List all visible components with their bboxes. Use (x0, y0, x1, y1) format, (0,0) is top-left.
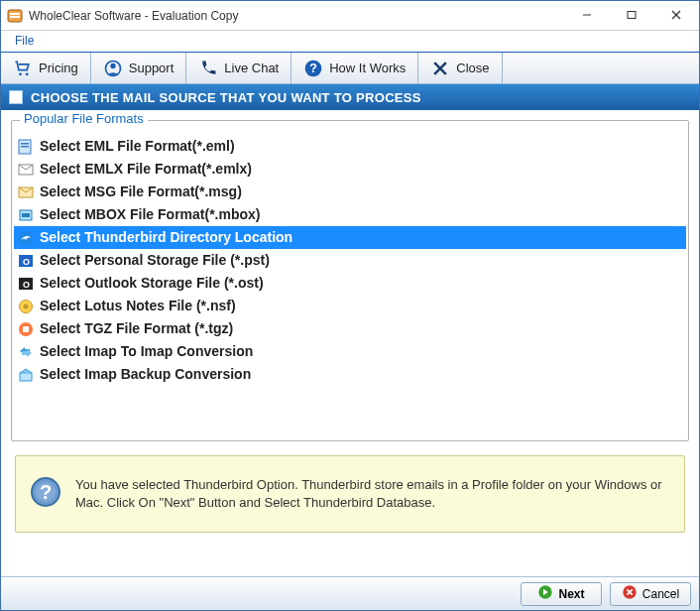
close-x-icon (430, 59, 450, 78)
toolbar: Pricing Support Live Chat ? How It Works… (1, 53, 699, 84)
svg-text:?: ? (309, 61, 317, 75)
footer: Next Cancel (1, 576, 699, 610)
format-option[interactable]: Select TGZ File Format (*.tgz) (14, 317, 686, 340)
format-label: Select MSG File Format(*.msg) (40, 183, 242, 201)
close-window-button[interactable] (653, 1, 698, 29)
svg-text:?: ? (40, 481, 52, 503)
main-panel: Popular File Formats Select EML File For… (1, 110, 699, 576)
cancel-x-icon (622, 584, 638, 603)
cancel-label: Cancel (642, 587, 679, 601)
support-icon (103, 59, 123, 78)
next-label: Next (558, 587, 584, 601)
format-label: Select Personal Storage File (*.pst) (40, 251, 270, 270)
window-controls (564, 1, 698, 30)
ost-icon: O (18, 276, 34, 292)
section-heading-text: CHOOSE THE MAIL SOURCE THAT YOU WANT TO … (31, 90, 421, 105)
format-label: Select Outlook Storage File (*.ost) (40, 274, 264, 293)
app-window: WholeClear Software - Evaluation Copy Fi… (0, 0, 700, 611)
close-icon (671, 10, 681, 20)
next-button[interactable]: Next (521, 582, 602, 606)
tbird-icon (18, 230, 34, 246)
menu-file[interactable]: File (3, 31, 46, 51)
support-label: Support (129, 61, 175, 75)
svg-rect-4 (628, 12, 636, 19)
next-arrow-icon (537, 584, 553, 603)
howitworks-label: How It Works (329, 61, 406, 75)
format-label: Select Thunderbird Directory Location (40, 228, 292, 247)
livechat-button[interactable]: Live Chat (186, 53, 292, 83)
app-icon (7, 8, 23, 24)
svg-rect-21 (22, 213, 30, 217)
format-option[interactable]: OSelect Outlook Storage File (*.ost) (14, 272, 686, 295)
info-question-icon: ? (30, 476, 61, 512)
nsf-icon (18, 299, 34, 314)
format-option[interactable]: Select Lotus Notes File (*.nsf) (14, 295, 686, 317)
cancel-button[interactable]: Cancel (610, 582, 691, 606)
format-option[interactable]: Select EMLX File Format(*.emlx) (14, 158, 686, 181)
window-title: WholeClear Software - Evaluation Copy (29, 9, 564, 23)
info-box: ? You have selected Thunderbird Option. … (15, 455, 685, 533)
livechat-label: Live Chat (224, 61, 279, 75)
format-label: Select MBOX File Format(*.mbox) (40, 205, 260, 224)
cart-icon (13, 59, 33, 78)
svg-rect-16 (21, 143, 29, 145)
howitworks-button[interactable]: ? How It Works (292, 53, 418, 83)
info-text: You have selected Thunderbird Option. Th… (75, 476, 670, 511)
format-list: Select EML File Format(*.eml)Select EMLX… (14, 135, 686, 386)
format-option[interactable]: Select MSG File Format(*.msg) (14, 181, 686, 203)
maximize-button[interactable] (609, 1, 653, 29)
support-button[interactable]: Support (91, 53, 187, 83)
format-option[interactable]: OSelect Personal Storage File (*.pst) (14, 249, 686, 272)
menubar: File (1, 31, 699, 53)
msg-icon (18, 184, 34, 200)
svg-rect-1 (10, 13, 20, 15)
format-option[interactable]: Select Imap To Imap Conversion (14, 340, 686, 363)
mbox-icon (18, 207, 34, 223)
format-label: Select Lotus Notes File (*.nsf) (40, 297, 236, 315)
eml-icon (18, 139, 34, 155)
format-option[interactable]: Select MBOX File Format(*.mbox) (14, 203, 686, 226)
minimize-button[interactable] (564, 1, 609, 29)
step-icon (9, 90, 23, 104)
groupbox-legend: Popular File Formats (20, 111, 148, 126)
format-label: Select Imap To Imap Conversion (40, 342, 253, 361)
info-wrap: ? You have selected Thunderbird Option. … (11, 455, 689, 533)
svg-rect-31 (20, 373, 32, 381)
format-option[interactable]: Select Thunderbird Directory Location (14, 226, 686, 249)
question-icon: ? (303, 59, 323, 78)
format-option[interactable]: Select EML File Format(*.eml) (14, 135, 686, 158)
svg-point-7 (19, 72, 22, 75)
toolbar-close-label: Close (456, 61, 489, 75)
svg-rect-30 (23, 326, 29, 332)
pst-icon: O (18, 253, 34, 269)
format-label: Select TGZ File Format (*.tgz) (40, 319, 233, 338)
pricing-label: Pricing (39, 61, 78, 75)
imap-icon (18, 344, 34, 360)
minimize-icon (582, 10, 592, 20)
section-heading: CHOOSE THE MAIL SOURCE THAT YOU WANT TO … (1, 84, 699, 110)
format-label: Select Imap Backup Conversion (40, 365, 251, 384)
format-label: Select EMLX File Format(*.emlx) (40, 160, 252, 179)
svg-point-8 (26, 72, 29, 75)
pricing-button[interactable]: Pricing (1, 53, 91, 83)
titlebar: WholeClear Software - Evaluation Copy (1, 1, 699, 31)
format-label: Select EML File Format(*.eml) (40, 137, 235, 156)
svg-point-10 (110, 62, 115, 67)
tgz-icon (18, 321, 34, 337)
svg-text:O: O (23, 280, 30, 290)
maximize-icon (627, 10, 637, 20)
svg-point-28 (24, 304, 29, 308)
toolbar-close-button[interactable]: Close (418, 53, 502, 83)
svg-rect-17 (21, 146, 29, 148)
svg-text:O: O (23, 257, 30, 267)
phone-icon (198, 59, 218, 78)
emlx-icon (18, 162, 34, 178)
formats-groupbox: Popular File Formats Select EML File For… (11, 120, 689, 441)
imapbk-icon (18, 367, 34, 383)
format-option[interactable]: Select Imap Backup Conversion (14, 363, 686, 386)
svg-rect-2 (10, 16, 20, 18)
